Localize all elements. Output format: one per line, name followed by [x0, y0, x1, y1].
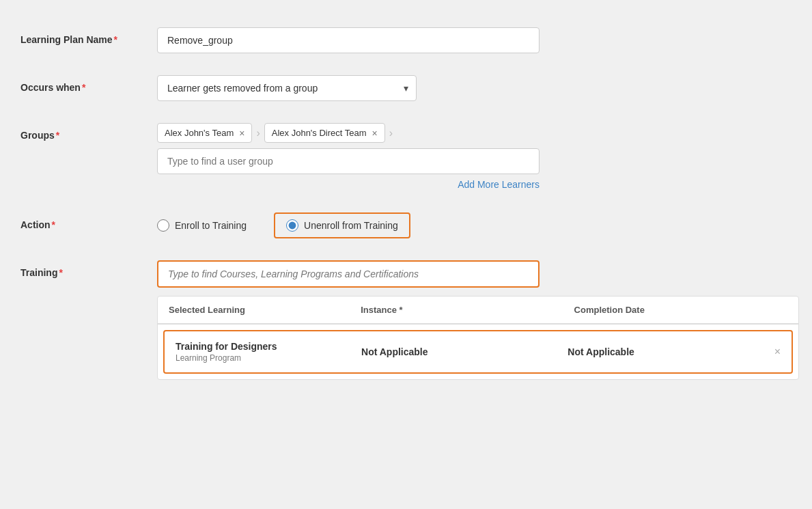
unenroll-radio[interactable] [286, 219, 298, 232]
close-icon[interactable]: × [774, 346, 781, 358]
completion-date-value: Not Applicable [568, 346, 634, 357]
arrow-icon: › [389, 127, 393, 139]
learning-plan-name-label: Learning Plan Name* [20, 27, 157, 45]
tag-label: Alex John's Team [165, 128, 234, 138]
training-content: Selected Learning Instance * Completion … [157, 260, 799, 380]
learning-plan-name-section: Learning Plan Name* [20, 27, 792, 53]
groups-label: Groups* [20, 123, 157, 141]
action-label: Action* [20, 212, 157, 230]
add-more-learners-link-wrapper: Add More Learners [157, 178, 540, 191]
completion-date-cell: Not Applicable [568, 346, 774, 358]
action-content: Enroll to Training Unenroll from Trainin… [157, 212, 792, 238]
arrow-icon: › [256, 127, 260, 139]
unenroll-label: Unenroll from Training [304, 220, 398, 231]
table-header: Selected Learning Instance * Completion … [158, 297, 798, 325]
occurs-when-content: Learner gets removed from a group Learne… [157, 75, 792, 101]
training-search-input[interactable] [157, 260, 540, 288]
training-table: Selected Learning Instance * Completion … [157, 296, 799, 380]
groups-content: Alex John's Team × › Alex John's Direct … [157, 123, 792, 191]
col-header-completion-date: Completion Date [574, 305, 787, 315]
table-row: Training for Designers Learning Program … [163, 330, 793, 374]
col-header-instance: Instance * [361, 305, 574, 315]
occurs-when-select[interactable]: Learner gets removed from a group Learne… [157, 75, 417, 101]
occurs-when-section: Occurs when* Learner gets removed from a… [20, 75, 792, 101]
enroll-radio[interactable] [157, 219, 169, 232]
groups-section: Groups* Alex John's Team × › Alex John's… [20, 123, 792, 191]
training-type: Learning Program [176, 353, 361, 363]
enroll-option[interactable]: Enroll to Training [157, 219, 247, 232]
tag-label: Alex John's Direct Team [272, 128, 367, 138]
training-name-cell: Training for Designers Learning Program [176, 341, 361, 363]
training-name: Training for Designers [176, 341, 361, 352]
instance-cell: Not Applicable [361, 346, 568, 358]
unenroll-option[interactable]: Unenroll from Training [274, 212, 410, 238]
occurs-when-label: Occurs when* [20, 75, 157, 93]
learning-plan-name-content [157, 27, 792, 53]
training-section: Training* Selected Learning Instance * C… [20, 260, 792, 380]
list-item: Alex John's Direct Team × [264, 123, 385, 143]
group-search-input[interactable] [157, 148, 540, 174]
tags-row: Alex John's Team × › Alex John's Direct … [157, 123, 792, 143]
occurs-when-select-wrapper: Learner gets removed from a group Learne… [157, 75, 417, 101]
list-item: Alex John's Team × [157, 123, 252, 143]
action-options: Enroll to Training Unenroll from Trainin… [157, 212, 792, 238]
enroll-label: Enroll to Training [175, 220, 247, 231]
training-label: Training* [20, 260, 157, 278]
close-icon[interactable]: × [239, 128, 244, 138]
close-icon[interactable]: × [372, 128, 378, 138]
add-more-learners-link[interactable]: Add More Learners [458, 179, 540, 190]
instance-value: Not Applicable [361, 346, 428, 357]
page-container: Learning Plan Name* Occurs when* Learner… [0, 14, 812, 509]
action-section: Action* Enroll to Training Unenroll from… [20, 212, 792, 238]
col-header-selected-learning: Selected Learning [169, 305, 361, 315]
learning-plan-name-input[interactable] [157, 27, 540, 53]
